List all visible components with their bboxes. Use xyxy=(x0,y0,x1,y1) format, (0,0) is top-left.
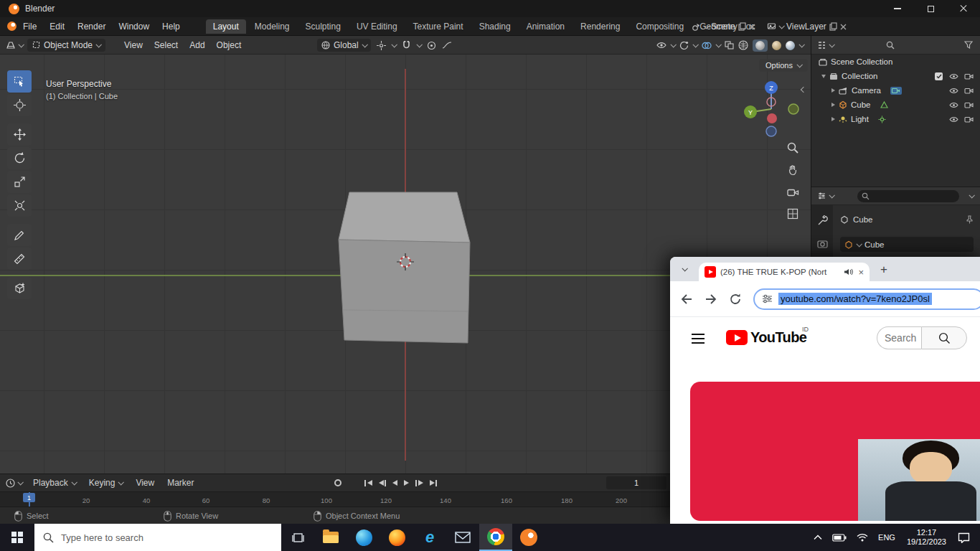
collection-checkbox[interactable] xyxy=(935,72,943,80)
view-layer-name[interactable]: ViewLayer xyxy=(786,22,826,32)
youtube-logo[interactable]: YouTube xyxy=(726,329,806,346)
taskbar-app-edge[interactable] xyxy=(347,524,380,551)
scene-name[interactable]: Scene xyxy=(711,22,735,32)
outliner-row-scene-collection[interactable]: Scene Collection xyxy=(811,55,980,69)
view-layer-dropdown-chevron-icon[interactable] xyxy=(778,23,784,29)
menu-help[interactable]: Help xyxy=(156,22,187,32)
transform-orientation-dropdown[interactable]: Global xyxy=(317,39,371,52)
start-button[interactable] xyxy=(0,524,34,551)
breadcrumb-object-label[interactable]: Cube xyxy=(853,215,873,224)
navigation-gizmo[interactable]: Z Y xyxy=(739,75,804,139)
scene-dropdown-chevron-icon[interactable] xyxy=(703,23,709,29)
jump-to-start-button[interactable] xyxy=(364,480,372,486)
taskbar-app-file-explorer[interactable] xyxy=(314,524,347,551)
outliner-row-camera[interactable]: Camera xyxy=(811,83,980,98)
tool-scale-button[interactable] xyxy=(7,171,32,193)
object-visibility-icon[interactable] xyxy=(656,42,666,49)
camera-expand-icon[interactable] xyxy=(831,88,835,93)
workspace-tab-sculpting[interactable]: Sculpting xyxy=(298,19,348,34)
menu-render[interactable]: Render xyxy=(71,22,112,32)
menu-object[interactable]: Object xyxy=(211,40,248,50)
youtube-menu-icon[interactable] xyxy=(692,334,705,344)
notification-center-button[interactable] xyxy=(953,524,980,551)
workspace-tab-modeling[interactable]: Modeling xyxy=(248,19,297,34)
outliner-row-cube[interactable]: Cube xyxy=(811,98,980,112)
gizmo-y-negative[interactable] xyxy=(788,104,798,114)
menu-file[interactable]: File xyxy=(17,22,43,32)
menu-marker[interactable]: Marker xyxy=(161,478,200,488)
shading-material-icon[interactable] xyxy=(772,41,781,50)
properties-editor-chevron-icon[interactable] xyxy=(829,192,834,198)
workspace-tab-shading[interactable]: Shading xyxy=(472,19,518,34)
scene-icon[interactable] xyxy=(692,22,701,32)
next-keyframe-button[interactable] xyxy=(415,480,423,486)
menu-window[interactable]: Window xyxy=(112,22,156,32)
cube-object[interactable] xyxy=(339,192,470,343)
pivot-point-icon[interactable] xyxy=(377,41,386,50)
light-expand-icon[interactable] xyxy=(831,117,835,121)
visibility-chevron-icon[interactable] xyxy=(670,42,676,47)
outliner-filter-icon[interactable] xyxy=(964,41,973,49)
light-hide-eye-icon[interactable] xyxy=(949,116,958,123)
editor-type-icon[interactable] xyxy=(6,41,16,50)
mesh-data-icon[interactable] xyxy=(880,101,888,108)
workspace-tab-animation[interactable]: Animation xyxy=(519,19,572,34)
overlays-chevron-icon[interactable] xyxy=(715,42,721,47)
xray-toggle-icon[interactable] xyxy=(725,41,734,50)
taskbar-app-internet-explorer[interactable]: e xyxy=(413,524,446,551)
properties-filter-chevron-icon[interactable] xyxy=(969,192,974,198)
shading-wireframe-icon[interactable] xyxy=(738,40,748,50)
pan-view-button[interactable] xyxy=(784,161,801,179)
outliner-editor-type-icon[interactable] xyxy=(817,41,826,50)
blender-app-menu-icon[interactable] xyxy=(7,22,17,31)
workspace-tab-rendering[interactable]: Rendering xyxy=(573,19,627,34)
properties-editor-type-icon[interactable] xyxy=(817,192,826,200)
workspace-tab-texture-paint[interactable]: Texture Paint xyxy=(406,19,471,34)
menu-view[interactable]: View xyxy=(118,40,149,50)
camera-render-camera-icon[interactable] xyxy=(964,87,974,94)
unlink-scene-icon[interactable] xyxy=(749,24,755,30)
youtube-search-button[interactable] xyxy=(921,326,967,349)
shading-chevron-icon[interactable] xyxy=(798,42,804,47)
collection-render-camera-icon[interactable] xyxy=(964,72,974,80)
workspace-tab-compositing[interactable]: Compositing xyxy=(628,19,691,34)
menu-add[interactable]: Add xyxy=(184,40,210,50)
maximize-button[interactable] xyxy=(914,0,947,17)
tool-add-primitive-button[interactable] xyxy=(7,277,32,299)
address-bar[interactable]: youtube.com/watch?v=7keno2JP0sl xyxy=(753,288,980,310)
back-button[interactable] xyxy=(680,293,693,306)
cube-render-camera-icon[interactable] xyxy=(964,101,974,108)
battery-button[interactable] xyxy=(827,524,852,551)
tool-annotate-button[interactable] xyxy=(7,224,32,246)
light-render-camera-icon[interactable] xyxy=(964,116,974,123)
cube-expand-icon[interactable] xyxy=(831,103,835,107)
jump-to-end-button[interactable] xyxy=(430,480,438,486)
camera-data-active[interactable] xyxy=(890,87,902,95)
menu-keying[interactable]: Keying xyxy=(83,478,130,488)
snap-chevron-icon[interactable] xyxy=(416,42,422,47)
tab-list-chevron-button[interactable] xyxy=(677,262,692,276)
falloff-curve-icon[interactable] xyxy=(442,41,452,50)
workspace-tab-uv-editing[interactable]: UV Editing xyxy=(349,19,405,34)
menu-edit[interactable]: Edit xyxy=(43,22,71,32)
tool-transform-button[interactable] xyxy=(7,194,32,217)
zoom-view-button[interactable] xyxy=(784,139,801,156)
site-settings-tune-icon[interactable] xyxy=(762,293,773,304)
play-button[interactable] xyxy=(404,480,409,486)
chrome-active-tab[interactable]: (26) THE TRUE K-POP (Nort × xyxy=(699,263,870,281)
taskbar-search-box[interactable]: Type here to search xyxy=(34,524,281,551)
current-frame-field[interactable]: 1 xyxy=(606,476,666,489)
sidebar-collapse-arrow[interactable] xyxy=(801,85,809,95)
task-view-button[interactable] xyxy=(281,524,314,551)
object-name-field[interactable]: Cube xyxy=(840,237,974,252)
taskbar-clock[interactable]: 12:17 19/12/2023 xyxy=(900,528,953,547)
tool-properties-tab-icon[interactable] xyxy=(817,215,828,226)
show-overlays-icon[interactable] xyxy=(702,42,712,50)
proportional-editing-icon[interactable] xyxy=(427,41,436,50)
tool-select-box-button[interactable] xyxy=(7,70,32,93)
properties-search-input[interactable] xyxy=(857,190,959,202)
camera-hide-eye-icon[interactable] xyxy=(949,88,958,94)
current-frame-marker-label[interactable]: 1 xyxy=(23,493,35,502)
render-properties-tab-icon[interactable] xyxy=(817,239,828,248)
light-data-icon[interactable] xyxy=(878,116,886,123)
